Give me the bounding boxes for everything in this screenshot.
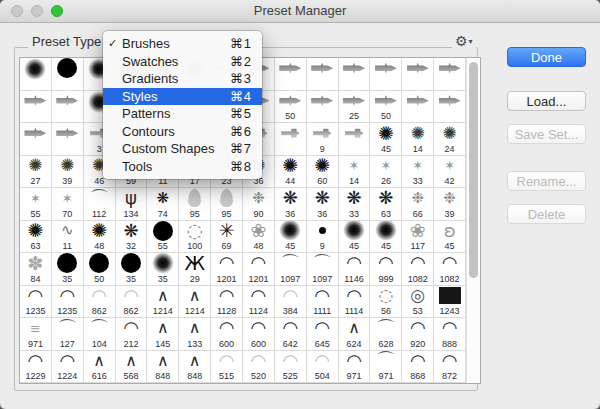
scrollbar-thumb[interactable] [469,62,478,278]
preset-cell[interactable] [275,58,307,91]
preset-cell[interactable]: ∧1214 [147,286,179,319]
preset-cell[interactable]: ◠384 [275,286,307,319]
preset-cell[interactable]: ψ134 [116,188,148,221]
menu-item-gradients[interactable]: Gradients⌘3 [103,70,262,88]
menu-item-swatches[interactable]: Swatches⌘2 [103,53,262,71]
preset-cell[interactable]: 25 [339,91,371,124]
preset-cell[interactable] [20,123,52,156]
preset-cell[interactable]: ❉39 [434,188,466,221]
preset-cell[interactable]: ◠1235 [20,286,52,319]
preset-cell[interactable]: 50 [84,253,116,286]
preset-cell[interactable]: ◠1082 [434,253,466,286]
preset-cell[interactable]: ∧568 [116,351,148,384]
preset-cell[interactable] [402,58,434,91]
preset-cell[interactable]: 35 [147,253,179,286]
preset-cell[interactable] [20,91,52,124]
preset-cell[interactable] [52,123,84,156]
preset-cell[interactable]: 45 [370,221,402,254]
preset-cell[interactable]: ❋36 [307,188,339,221]
preset-cell[interactable]: 45 [275,221,307,254]
preset-cell[interactable]: ✽84 [20,253,52,286]
preset-cell[interactable]: ❋63 [370,188,402,221]
preset-cell[interactable]: ❉90 [243,188,275,221]
preset-cell[interactable] [370,58,402,91]
preset-cell[interactable]: ❋36 [275,188,307,221]
preset-cell[interactable]: ∧848 [147,351,179,384]
preset-cell[interactable]: ✺39 [52,156,84,189]
preset-cell[interactable]: ◠1114 [339,286,371,319]
preset-cell[interactable]: ✺27 [20,156,52,189]
preset-cell[interactable]: ◠862 [84,286,116,319]
preset-cell[interactable]: ✺14 [402,123,434,156]
preset-cell[interactable]: ✶70 [52,188,84,221]
preset-cell[interactable]: ✺44 [275,156,307,189]
preset-cell[interactable]: ʚ45 [434,221,466,254]
preset-cell[interactable]: ◠1111 [307,286,339,319]
preset-cell[interactable]: ⌒127 [52,318,84,351]
preset-cell[interactable]: ◠1128 [211,286,243,319]
preset-cell[interactable] [339,123,371,156]
preset-cell[interactable]: ∿11 [52,221,84,254]
menu-item-custom-shapes[interactable]: Custom Shapes⌘7 [103,140,262,158]
preset-cell[interactable]: ✶33 [402,156,434,189]
preset-cell[interactable]: ◠600 [243,318,275,351]
preset-cell[interactable]: ◠504 [307,351,339,384]
preset-cell[interactable]: ✳69 [211,221,243,254]
preset-cell[interactable]: 95 [179,188,211,221]
preset-cell[interactable]: ∧624 [339,318,371,351]
preset-cell[interactable]: 1243 [434,286,466,319]
done-button[interactable]: Done [507,47,586,67]
preset-cell[interactable]: ✺60 [307,156,339,189]
load-button[interactable]: Load... [507,91,586,111]
preset-cell[interactable]: ◠645 [307,318,339,351]
preset-cell[interactable]: ✶26 [370,156,402,189]
preset-cell[interactable]: ◠920 [402,318,434,351]
preset-cell[interactable]: 55 [147,221,179,254]
preset-cell[interactable] [275,123,307,156]
preset-cell[interactable]: 9 [307,221,339,254]
preset-cell[interactable]: ◠212 [116,318,148,351]
preset-cell[interactable] [52,91,84,124]
preset-cell[interactable]: ◌56 [370,286,402,319]
preset-cell[interactable]: ❀48 [243,221,275,254]
preset-cell[interactable]: ✺48 [84,221,116,254]
preset-cell[interactable]: ◠1124 [243,286,275,319]
preset-cell[interactable] [307,58,339,91]
preset-cell[interactable]: ◠1201 [211,253,243,286]
preset-cell[interactable]: 9 [307,123,339,156]
preset-cell[interactable]: ◠520 [243,351,275,384]
preset-cell[interactable]: ⌒628 [370,318,402,351]
titlebar[interactable]: Preset Manager [0,0,600,23]
preset-cell[interactable]: ✶42 [434,156,466,189]
preset-cell[interactable] [339,58,371,91]
preset-cell[interactable]: ❀117 [402,221,434,254]
menu-item-brushes[interactable]: ✓Brushes⌘1 [103,35,262,53]
preset-cell[interactable] [52,58,84,91]
preset-cell[interactable]: ◌100 [179,221,211,254]
preset-cell[interactable]: 50 [275,91,307,124]
preset-cell[interactable]: ∧848 [179,351,211,384]
preset-cell[interactable] [402,91,434,124]
preset-cell[interactable]: ∧1214 [179,286,211,319]
preset-cell[interactable]: ◠1235 [52,286,84,319]
preset-cell[interactable]: 50 [370,91,402,124]
preset-cell[interactable] [434,91,466,124]
preset-cell[interactable]: ◠971 [339,351,371,384]
preset-cell[interactable]: ❋74 [147,188,179,221]
preset-cell[interactable]: ◠872 [434,351,466,384]
preset-cell[interactable]: ✶55 [20,188,52,221]
preset-cell[interactable]: 35 [116,253,148,286]
preset-cell[interactable]: ◠868 [402,351,434,384]
preset-cell[interactable]: ❋33 [339,188,371,221]
preset-cell[interactable]: ◠642 [275,318,307,351]
preset-cell[interactable]: ◠1146 [339,253,371,286]
preset-cell[interactable]: 35 [52,253,84,286]
menu-item-tools[interactable]: Tools⌘8 [103,158,262,176]
preset-cell[interactable]: ◠515 [211,351,243,384]
preset-cell[interactable]: ⌒1097 [307,253,339,286]
preset-cell[interactable]: ❉66 [402,188,434,221]
preset-cell[interactable]: ◠888 [434,318,466,351]
preset-cell[interactable] [20,58,52,91]
preset-cell[interactable]: ∧145 [147,318,179,351]
preset-cell[interactable]: ⌒104 [84,318,116,351]
